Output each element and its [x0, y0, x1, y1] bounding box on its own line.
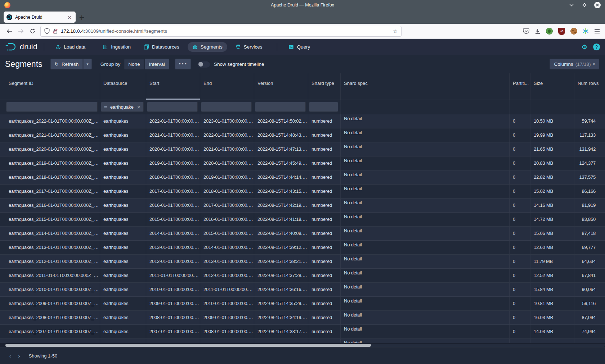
horizontal-scrollbar[interactable]: [0, 343, 605, 347]
cell-filler: [600, 185, 605, 198]
column-header-end[interactable]: End: [200, 73, 254, 100]
version-filter-input[interactable]: [255, 102, 306, 112]
nav-item-datasources[interactable]: Datasources: [139, 42, 184, 52]
multicolor-asterisk-extension-icon[interactable]: [583, 28, 589, 34]
cell-datasource: earthquakes: [100, 142, 146, 156]
cell-shard_type: numbered: [308, 185, 341, 198]
column-header-segment_id[interactable]: Segment ID: [5, 73, 100, 100]
column-header-shard_spec[interactable]: Shard spec: [341, 73, 510, 100]
privacy-badger-icon[interactable]: [546, 28, 553, 35]
window-maximize-icon[interactable]: [581, 2, 588, 8]
url-bar[interactable]: 172.18.0.4:30109/unified-console.html#se…: [40, 26, 402, 37]
cell-num_rows: 64,634: [574, 255, 600, 268]
nav-item-segments[interactable]: Segments: [188, 42, 227, 52]
tab-apache-druid[interactable]: Apache Druid ×: [4, 12, 76, 23]
bookmark-star-icon[interactable]: ☆: [393, 28, 398, 35]
shard_type-filter-input[interactable]: [309, 102, 338, 112]
cell-filler: [600, 241, 605, 254]
nav-item-query[interactable]: Query: [284, 42, 315, 52]
cell-end: 2018-01-01T00:00:00.0...: [200, 185, 254, 198]
table-row: earthquakes_2009-01-01T00:00:00.000Z_2..…: [0, 297, 605, 311]
cell-shard_spec: No detail: [341, 199, 510, 212]
url-text[interactable]: 172.18.0.4:30109/unified-console.html#se…: [61, 28, 390, 34]
window-minimize-icon[interactable]: [568, 2, 575, 8]
filter-cell-version: [254, 100, 308, 114]
cell-start: 2015-01-01T00:00:00.0...: [146, 213, 200, 226]
cookie-extension-icon[interactable]: [570, 28, 577, 35]
column-header-version[interactable]: Version: [254, 73, 308, 100]
datasource-filter-input[interactable]: =earthquake×: [101, 102, 144, 112]
column-header-num_rows[interactable]: Num rows: [574, 73, 600, 100]
column-header-partitions[interactable]: Partiti...: [510, 73, 530, 100]
cell-datasource: earthquakes: [100, 227, 146, 240]
help-icon[interactable]: ?: [593, 44, 600, 50]
column-header-size[interactable]: Size: [530, 73, 574, 100]
cell-shard_type: numbered: [308, 297, 341, 310]
datasource-filter-value: earthquake: [110, 104, 134, 110]
cell-start: 2013-01-01T00:00:00.0...: [146, 241, 200, 254]
cell-shard_spec: No detail: [341, 156, 510, 170]
druid-logo[interactable]: druid: [5, 42, 37, 51]
cell-num_rows: 83,850: [574, 213, 600, 226]
insecure-lock-icon[interactable]: [53, 28, 58, 34]
group-by-none-button[interactable]: None: [124, 59, 144, 69]
cell-shard_type: numbered: [308, 142, 341, 156]
new-tab-button[interactable]: +: [76, 12, 87, 23]
cell-shard_type: numbered: [308, 283, 341, 296]
filter-cell-shard_spec: [341, 100, 510, 114]
settings-gear-icon[interactable]: ⚙: [582, 43, 587, 51]
next-page-icon[interactable]: ›: [15, 352, 24, 360]
nav-item-services[interactable]: Services: [231, 42, 267, 52]
column-header-start[interactable]: Start: [146, 73, 200, 100]
start-filter-input[interactable]: [147, 102, 198, 112]
previous-page-icon[interactable]: ‹: [6, 352, 15, 360]
reload-icon[interactable]: [27, 26, 38, 37]
cell-num_rows: 124,377: [574, 156, 600, 170]
cell-filler: [600, 156, 605, 170]
cell-shard_spec: No detail: [341, 283, 510, 296]
downloads-icon[interactable]: [535, 28, 541, 34]
segments-view-header: Segments ↻ Refresh ▾ Group by None Inter…: [0, 55, 605, 73]
column-header-shard_type[interactable]: Shard type: [308, 73, 341, 100]
tab-title: Apache Druid: [15, 15, 66, 20]
cell-version: 2022-08-15T14:48:43.0...: [254, 128, 308, 142]
nav-item-ingestion[interactable]: Ingestion: [98, 42, 135, 52]
cell-partitions: 0: [510, 283, 530, 296]
group-by-interval-button[interactable]: Interval: [145, 59, 169, 69]
nav-item-label: Segments: [201, 44, 223, 50]
ublock-origin-icon[interactable]: uO: [558, 28, 565, 35]
more-options-button[interactable]: •••: [175, 59, 191, 69]
segment-timeline-toggle[interactable]: [197, 61, 210, 68]
column-header-datasource[interactable]: Datasource: [100, 73, 146, 100]
pocket-icon[interactable]: [523, 28, 529, 34]
nav-item-label: Services: [244, 44, 263, 50]
cell-version: 2022-08-15T14:41:18.7...: [254, 213, 308, 226]
cell-segment_id: earthquakes_2006-01-01T00:00:00.000Z_2..…: [5, 339, 100, 343]
url-path: :30109/unified-console.html#segments: [84, 28, 167, 34]
nav-item-load-data[interactable]: Load data: [51, 42, 90, 52]
shield-icon[interactable]: [44, 28, 50, 34]
tab-close-icon[interactable]: ×: [66, 14, 73, 20]
segment_id-filter-input[interactable]: [6, 102, 98, 112]
cell-shard_type: numbered: [308, 199, 341, 212]
end-filter-input[interactable]: [201, 102, 252, 112]
chevron-down-icon: ▾: [86, 62, 89, 67]
remove-filter-icon[interactable]: ×: [137, 104, 141, 110]
cell-version: 2022-08-15T14:42:19.7...: [254, 199, 308, 212]
back-icon[interactable]: [4, 26, 15, 37]
cell-filler: [600, 142, 605, 156]
forward-icon[interactable]: [15, 26, 27, 37]
hamburger-menu-icon[interactable]: [594, 29, 600, 33]
cell-shard_spec: No detail: [341, 170, 510, 184]
refresh-options-button[interactable]: ▾: [83, 59, 92, 69]
refresh-button[interactable]: ↻ Refresh: [50, 59, 83, 69]
cell-start: 2019-01-01T00:00:00.0...: [146, 156, 200, 170]
table-row: earthquakes_2013-01-01T00:00:00.000Z_2..…: [0, 241, 605, 255]
columns-button[interactable]: Columns (17/18) ▾: [550, 59, 599, 69]
cell-shard_spec: No detail: [341, 339, 510, 343]
cell-end: 2017-01-01T00:00:00.0...: [200, 199, 254, 212]
window-close-icon[interactable]: [594, 2, 601, 8]
scrollbar-thumb[interactable]: [5, 344, 371, 347]
cell-size: 20.83 MB: [530, 156, 574, 170]
cell-end: 2021-01-01T00:00:00.0...: [200, 142, 254, 156]
